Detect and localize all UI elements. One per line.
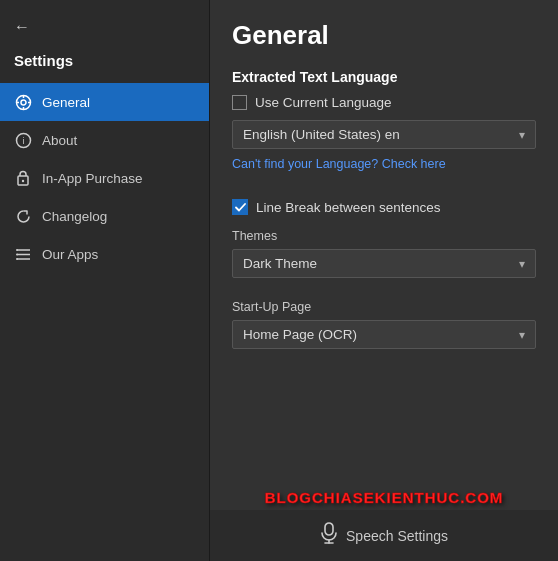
sidebar-label-changelog: Changelog	[42, 209, 107, 224]
svg-point-1	[21, 100, 26, 105]
line-break-row[interactable]: Line Break between sentences	[232, 199, 536, 215]
language-dropdown-value: English (United States) en	[243, 127, 400, 142]
svg-point-13	[16, 249, 18, 251]
back-button[interactable]: ←	[0, 10, 209, 48]
sidebar-label-purchase: In-App Purchase	[42, 171, 143, 186]
svg-point-15	[16, 258, 18, 260]
startup-section: Start-Up Page Home Page (OCR) ▾	[232, 300, 536, 357]
use-current-language-checkbox[interactable]	[232, 95, 247, 110]
themes-dropdown-arrow: ▾	[519, 257, 525, 271]
watermark: BLOGCHIASEKIENTHUC.COM	[210, 489, 558, 506]
language-dropdown[interactable]: English (United States) en ▾	[232, 120, 536, 149]
back-icon: ←	[14, 18, 30, 36]
startup-dropdown-value: Home Page (OCR)	[243, 327, 357, 342]
sidebar-label-about: About	[42, 133, 77, 148]
startup-dropdown[interactable]: Home Page (OCR) ▾	[232, 320, 536, 349]
svg-rect-16	[325, 523, 333, 535]
extracted-text-section: Extracted Text Language Use Current Lang…	[232, 69, 536, 185]
sidebar-label-general: General	[42, 95, 90, 110]
changelog-icon	[14, 207, 32, 225]
themes-dropdown-value: Dark Theme	[243, 256, 317, 271]
sidebar-item-about[interactable]: i About	[0, 121, 209, 159]
use-current-language-label: Use Current Language	[255, 95, 392, 110]
sidebar-item-our-apps[interactable]: Our Apps	[0, 235, 209, 273]
sidebar-label-our-apps: Our Apps	[42, 247, 98, 262]
svg-text:i: i	[22, 136, 24, 146]
startup-dropdown-arrow: ▾	[519, 328, 525, 342]
about-icon: i	[14, 131, 32, 149]
sidebar-item-general[interactable]: General	[0, 83, 209, 121]
main-content: General Extracted Text Language Use Curr…	[210, 0, 558, 561]
sidebar-item-changelog[interactable]: Changelog	[0, 197, 209, 235]
startup-title: Start-Up Page	[232, 300, 536, 314]
themes-dropdown[interactable]: Dark Theme ▾	[232, 249, 536, 278]
speech-settings-button[interactable]: Speech Settings	[210, 510, 558, 561]
line-break-checkbox[interactable]	[232, 199, 248, 215]
line-break-label: Line Break between sentences	[256, 200, 441, 215]
use-current-language-row[interactable]: Use Current Language	[232, 95, 536, 110]
extracted-text-title: Extracted Text Language	[232, 69, 536, 85]
svg-point-9	[22, 179, 24, 181]
speech-icon	[320, 522, 338, 549]
themes-title: Themes	[232, 229, 536, 243]
language-dropdown-arrow: ▾	[519, 128, 525, 142]
page-title: General	[232, 20, 536, 51]
general-icon	[14, 93, 32, 111]
svg-point-14	[16, 253, 18, 255]
our-apps-icon	[14, 245, 32, 263]
sidebar: ← Settings General i About	[0, 0, 210, 561]
purchase-icon	[14, 169, 32, 187]
sidebar-title: Settings	[0, 48, 209, 83]
themes-section: Themes Dark Theme ▾	[232, 229, 536, 286]
sidebar-item-in-app-purchase[interactable]: In-App Purchase	[0, 159, 209, 197]
language-link[interactable]: Can't find your Language? Check here	[232, 157, 536, 171]
speech-settings-label: Speech Settings	[346, 528, 448, 544]
